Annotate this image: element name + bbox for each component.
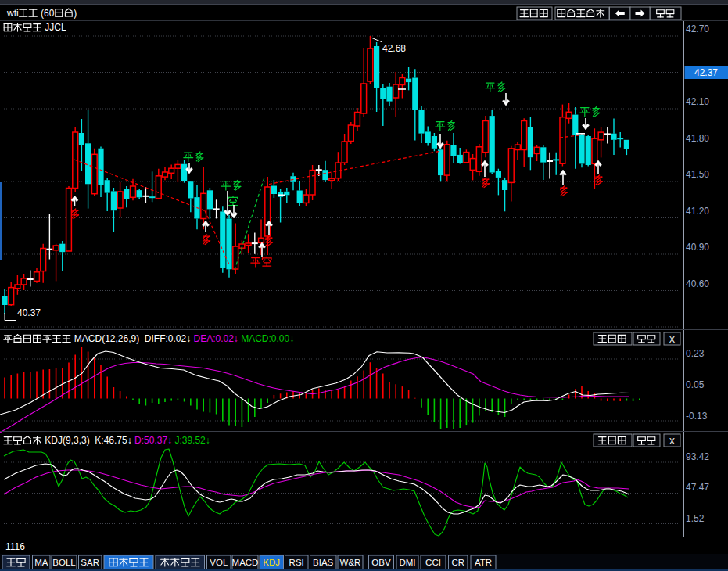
- svg-text:VOL: VOL: [210, 558, 228, 567]
- svg-text:93.42: 93.42: [686, 451, 709, 462]
- svg-text:BIAS: BIAS: [313, 558, 334, 567]
- svg-text:1116: 1116: [5, 541, 25, 552]
- svg-text:0.05: 0.05: [686, 379, 705, 390]
- svg-text:X: X: [669, 335, 676, 344]
- svg-text:SAR: SAR: [81, 558, 99, 567]
- svg-text:41.50: 41.50: [686, 169, 709, 180]
- svg-text:RSI: RSI: [289, 558, 304, 567]
- svg-text:J:39.52↓: J:39.52↓: [174, 435, 210, 446]
- svg-text:MACD: MACD: [232, 558, 259, 567]
- svg-text:KDJ(9,3,3) K:46.75↓: KDJ(9,3,3) K:46.75↓: [42, 435, 134, 446]
- svg-text:W&R: W&R: [340, 558, 361, 567]
- svg-text:MACD:0.00↓: MACD:0.00↓: [241, 333, 294, 344]
- svg-text:41.80: 41.80: [686, 133, 709, 144]
- svg-text:-0.13: -0.13: [686, 411, 708, 422]
- svg-text:1.52: 1.52: [686, 513, 705, 524]
- svg-text:wti: wti: [6, 8, 19, 19]
- svg-text:): ): [74, 8, 77, 19]
- svg-text:D:50.37↓: D:50.37↓: [134, 435, 174, 446]
- svg-text:41.20: 41.20: [686, 206, 709, 217]
- svg-text:CCI: CCI: [425, 558, 441, 567]
- svg-text:ATR: ATR: [475, 558, 492, 567]
- svg-text:42.68: 42.68: [382, 43, 406, 54]
- svg-text:MACD(12,26,9) DIFF:0.02↓: MACD(12,26,9) DIFF:0.02↓: [72, 333, 194, 344]
- svg-text:(60: (60: [38, 8, 55, 19]
- svg-text:KDJ: KDJ: [263, 558, 280, 567]
- svg-text:42.37: 42.37: [694, 67, 718, 78]
- svg-text:CR: CR: [451, 558, 464, 567]
- svg-text:47.47: 47.47: [686, 482, 709, 493]
- svg-text:JJCL: JJCL: [42, 22, 66, 33]
- svg-text:X: X: [669, 436, 676, 446]
- svg-text:DMI: DMI: [399, 558, 415, 567]
- svg-text:40.90: 40.90: [686, 242, 709, 253]
- svg-text:DEA:0.02↓: DEA:0.02↓: [194, 333, 242, 344]
- svg-text:40.60: 40.60: [686, 278, 709, 289]
- svg-text:40.37: 40.37: [17, 307, 41, 318]
- svg-text:42.70: 42.70: [686, 23, 709, 34]
- svg-text:BOLL: BOLL: [52, 558, 76, 567]
- svg-text:42.10: 42.10: [686, 96, 709, 107]
- svg-text:0.23: 0.23: [686, 348, 705, 359]
- svg-text:MA: MA: [34, 558, 48, 567]
- svg-text:OBV: OBV: [371, 558, 391, 567]
